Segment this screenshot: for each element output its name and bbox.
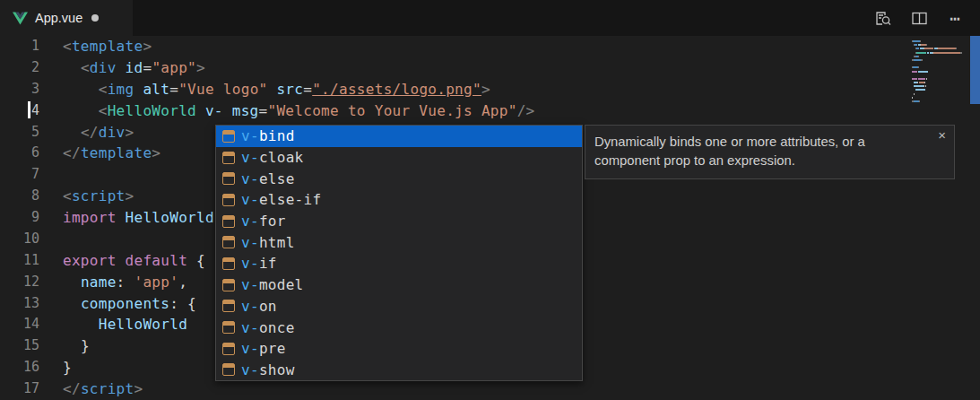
code-line-17[interactable]: </script>: [63, 378, 980, 400]
line-number[interactable]: 1: [0, 36, 50, 57]
code-token: "./assets/logo.png": [312, 81, 481, 98]
code-token: v-: [205, 102, 223, 119]
code-token: [117, 252, 126, 269]
suggest-item-v-else[interactable]: v-else: [216, 168, 582, 189]
property-icon: [222, 236, 235, 248]
scrollbar-thumb[interactable]: [970, 36, 980, 104]
suggest-item-v-on[interactable]: v-on: [216, 296, 582, 317]
line-number[interactable]: 17: [0, 378, 50, 400]
suggest-item-v-pre[interactable]: v-pre: [216, 338, 582, 360]
code-token: HelloWorld: [108, 102, 196, 119]
suggest-item-v-show[interactable]: v-show: [216, 360, 582, 381]
code-line-1[interactable]: <template>: [63, 36, 980, 57]
line-number[interactable]: 15: [0, 335, 50, 357]
code-token: [63, 316, 99, 333]
code-token: [268, 81, 277, 98]
code-line-3[interactable]: <img alt="Vue logo" src="./assets/logo.p…: [63, 79, 980, 100]
property-icon: [222, 257, 235, 270]
suggest-item-v-for[interactable]: v-for: [216, 211, 582, 232]
minimap-line: [912, 93, 967, 95]
split-editor-icon[interactable]: [910, 9, 928, 27]
suggest-item-v-once[interactable]: v-once: [216, 317, 582, 338]
code-token: template: [72, 38, 143, 55]
suggest-item-v-cloak[interactable]: v-cloak: [216, 147, 582, 169]
code-token: components: [81, 295, 169, 312]
tab-app-vue[interactable]: App.vue: [0, 0, 133, 36]
suggest-label: else-if: [259, 191, 322, 208]
code-token: }: [63, 359, 72, 376]
line-number[interactable]: 5: [0, 122, 50, 143]
property-icon: [222, 300, 235, 312]
line-number[interactable]: 13: [0, 293, 50, 315]
suggest-label: bind: [259, 127, 295, 144]
minimap-line: [912, 66, 967, 68]
code-token: [187, 252, 196, 269]
minimap[interactable]: [912, 40, 967, 104]
line-number[interactable]: 2: [0, 57, 50, 79]
suggestion-doc-panel: Dynamically binds one or more attributes…: [585, 125, 955, 179]
code-token: id: [126, 59, 143, 76]
code-token: [117, 59, 126, 76]
code-line-2[interactable]: <div id="app">: [63, 57, 980, 79]
code-token: [117, 209, 126, 226]
suggest-match-text: v-: [241, 276, 259, 293]
suggest-match-text: v-: [241, 213, 259, 230]
suggest-label: on: [259, 298, 277, 315]
minimap-line: [912, 59, 967, 61]
code-token: <: [63, 38, 72, 55]
editor-actions: ⋯: [874, 9, 980, 27]
minimap-line: [912, 78, 967, 80]
tab-label: App.vue: [35, 11, 82, 25]
line-number[interactable]: 11: [0, 250, 50, 272]
minimap-line: [912, 48, 967, 49]
suggest-item-v-else-if[interactable]: v-else-if: [216, 189, 582, 211]
code-token: :: [117, 274, 126, 291]
code-token: template: [81, 144, 152, 161]
tab-bar: App.vue ⋯: [0, 0, 980, 36]
code-token: [178, 295, 187, 312]
suggest-match-text: v-: [241, 255, 259, 272]
code-token: =: [259, 102, 268, 119]
code-token: [223, 102, 232, 119]
minimap-line: [912, 100, 967, 102]
line-number[interactable]: 10: [0, 229, 50, 250]
modified-dot-icon[interactable]: [91, 14, 99, 22]
code-token: <: [63, 187, 72, 204]
code-line-4[interactable]: <HelloWorld v- msg="Welcome to Your Vue.…: [63, 100, 980, 122]
line-number[interactable]: 8: [0, 186, 50, 207]
more-actions-icon[interactable]: ⋯: [946, 9, 964, 27]
line-number[interactable]: 14: [0, 314, 50, 335]
line-number[interactable]: 12: [0, 272, 50, 293]
line-number[interactable]: 6: [0, 143, 50, 164]
code-token: default: [126, 252, 188, 269]
code-token: </: [63, 380, 81, 397]
property-icon: [222, 172, 235, 185]
code-token: script: [72, 187, 126, 204]
suggest-item-v-if[interactable]: v-if: [216, 253, 582, 274]
suggest-label: once: [259, 319, 295, 336]
suggest-item-v-html[interactable]: v-html: [216, 231, 582, 253]
close-icon[interactable]: ×: [938, 128, 946, 142]
code-token: =: [169, 81, 178, 98]
suggest-label: if: [259, 255, 277, 272]
code-token: alt: [143, 81, 169, 98]
line-number[interactable]: 16: [0, 357, 50, 378]
line-number[interactable]: 4: [0, 100, 50, 122]
suggest-item-v-model[interactable]: v-model: [216, 274, 582, 296]
line-number[interactable]: 3: [0, 79, 50, 100]
code-token: >: [481, 81, 490, 98]
line-number[interactable]: 9: [0, 207, 50, 229]
code-token: <: [99, 81, 108, 98]
code-token: >: [152, 144, 160, 161]
suggest-item-v-bind[interactable]: v-bind: [216, 126, 582, 147]
property-icon: [222, 215, 235, 228]
code-token: [63, 337, 81, 354]
code-token: "app": [152, 59, 196, 76]
line-number[interactable]: 7: [0, 164, 50, 186]
doc-text: Dynamically binds one or more attributes…: [594, 135, 865, 168]
open-preview-icon[interactable]: [874, 9, 892, 27]
code-token: div: [90, 59, 117, 76]
code-token: [63, 59, 81, 76]
minimap-line: [912, 85, 967, 87]
minimap-line: [912, 97, 967, 99]
